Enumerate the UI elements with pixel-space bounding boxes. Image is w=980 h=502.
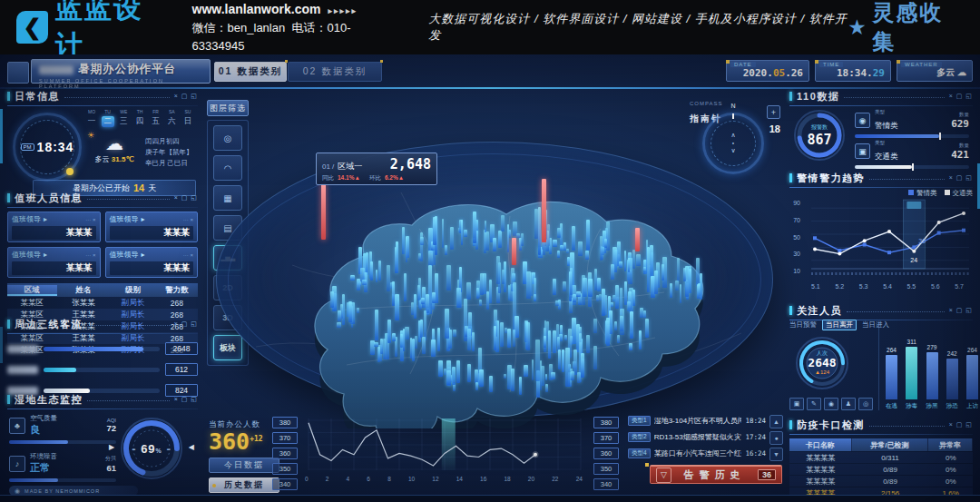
gauge-value: 867 — [807, 132, 831, 148]
scroll-down-button[interactable]: ▼ — [769, 448, 783, 461]
camera-layer-button[interactable]: ◎ — [213, 125, 242, 151]
map-column — [377, 347, 380, 363]
alert-item[interactable]: 类型2RD13-53烟感报警疑似火灾17:24 — [628, 431, 766, 443]
checkpoint-header[interactable]: 卡口名称异常/已检测异常率 — [789, 438, 973, 451]
duty-card[interactable]: 值班领导▸··· ×某某某 — [7, 247, 101, 278]
focus-tabs: 当日预警 当日离开 当日进入 — [789, 320, 889, 330]
map-column — [548, 330, 552, 359]
collect-label: 灵感收集 — [872, 0, 964, 56]
tab-daily-leave[interactable]: 当日离开 — [822, 320, 857, 330]
panel-controls[interactable]: × ▢ ◱ — [174, 320, 198, 328]
table-header[interactable]: 区域姓名级别警力数 — [7, 283, 198, 297]
panel-title: 警情警力趋势 — [797, 172, 865, 185]
map-column — [524, 365, 528, 378]
map-column — [375, 310, 378, 340]
panel-focus-persons: 关注人员× ▢ ◱ 当日预警 当日离开 当日进入 人次2648▲124 ▣ ✎ … — [789, 303, 973, 414]
map-column — [570, 268, 573, 296]
temperature: 31.5℃ — [112, 155, 134, 163]
tab-daily-warning[interactable]: 当日预警 — [789, 320, 817, 330]
map-column — [511, 369, 514, 391]
map-column — [338, 310, 342, 322]
map-column — [362, 280, 366, 286]
map-column — [619, 261, 622, 268]
compass-widget: COMPASS 指南针 N ∧●∨ + 18 — [690, 93, 780, 176]
today-data-button[interactable]: 今日数据 — [209, 458, 279, 473]
arrow-right-icon[interactable]: ▶ — [109, 443, 114, 451]
checkpoint-row: 某某某某0/3110% — [789, 452, 973, 463]
duty-card[interactable]: 值班领导▸··· ×某某某 — [105, 212, 199, 242]
duty-card[interactable]: 值班领导▸··· ×某某某 — [7, 212, 101, 242]
tab-data-category-2[interactable]: 02 数据类别 — [288, 62, 382, 82]
map-column — [586, 335, 590, 352]
map-column — [521, 233, 524, 246]
map-column — [493, 238, 496, 251]
panel-daily-info: 日常信息× ▢ ◱ PM18:34 MO一 TU二 WE三 TH四 FR五 SA… — [7, 89, 198, 189]
page-title: 暑期办公协作平台 — [78, 62, 176, 77]
map-tooltip: 01 /区域一2,648 同比14.1%▲环比6.2%▲ — [316, 153, 437, 185]
panel-controls[interactable]: × ▢ ◱ — [949, 307, 973, 314]
alert-item[interactable]: 类型1湿地3-104片区有不明人员闯入18:24 — [628, 415, 766, 427]
website-link[interactable]: www.lanlanwork.com — [192, 2, 321, 16]
map-column — [516, 233, 520, 238]
siren-icon: ◉ — [855, 113, 870, 128]
menu-chip[interactable] — [7, 62, 29, 84]
panel-controls[interactable]: × ▢ ◱ — [174, 93, 198, 100]
panel-checkpoint: 防疫卡口检测× ▢ ◱ 卡口名称异常/已检测异常率 某某某某0/3110% 某某… — [789, 418, 973, 497]
map-column — [507, 329, 511, 348]
panel-110-data: 110数据× ▢ ◱ 报警数867 ◉ 类型警情类 数量629 ▣ 类型交通类 … — [789, 89, 973, 167]
map-column — [479, 300, 482, 306]
map-column — [571, 371, 574, 380]
checkpoint-row: 某某某某0/890% — [789, 464, 973, 475]
map-column — [532, 359, 534, 380]
panel-controls[interactable]: × ▢ ◱ — [949, 174, 973, 182]
badge-icon[interactable]: ♟ — [841, 398, 856, 410]
map-column — [450, 227, 455, 250]
map-column — [662, 264, 665, 281]
panel-police-trend: 警情警力趋势× ▢ ◱ 警情类 交通类 9070503010 3024 5.15… — [789, 171, 973, 300]
flow-bar-row: 2648 — [7, 342, 198, 355]
inspiration-collect[interactable]: ★ 灵感收集 — [848, 0, 964, 56]
alert-item[interactable]: 类型4某路口有小汽车连闯三个红灯16:24 — [628, 448, 766, 459]
map-column — [504, 374, 506, 379]
eye-icon[interactable]: ◎ — [858, 398, 873, 410]
yoy-value: 14.1%▲ — [338, 174, 360, 182]
duty-card[interactable]: 值班领导▸··· ×某某某 — [105, 247, 199, 278]
arrows-icon: ▸▸▸▸▸ — [328, 6, 358, 15]
panel-duty-personnel: 值班人员信息× ▢ ◱ 值班领导▸··· ×某某某 值班领导▸··· ×某某某 … — [7, 191, 198, 315]
alert-history-banner[interactable]: ▽ 告警历史 36 — [650, 465, 782, 484]
zoom-in-button[interactable]: + — [767, 105, 780, 119]
panel-controls[interactable]: × ▢ ◱ — [949, 93, 973, 100]
scroll-up-button[interactable]: ▲ — [769, 415, 783, 428]
map-column — [602, 289, 605, 317]
map-column — [645, 319, 650, 338]
car-icon[interactable]: ▣ — [789, 398, 804, 410]
clock-widget: PM18:34 — [13, 113, 82, 182]
person-icon[interactable]: ◉ — [824, 398, 838, 410]
tab-data-category-1[interactable]: 01 数据类别 — [214, 62, 287, 82]
week-today: TU二 — [102, 109, 114, 127]
history-data-button[interactable]: 历史数据 — [209, 477, 279, 493]
map-column — [475, 369, 478, 384]
map-column — [585, 251, 590, 261]
arrow-left-icon[interactable]: ◀ — [189, 443, 194, 451]
office-count-value: 360+12 — [209, 428, 263, 455]
compass-dial[interactable]: N ∧●∨ — [702, 113, 764, 174]
map-column — [486, 291, 489, 310]
map-column — [395, 294, 399, 320]
pen-icon[interactable]: ✎ — [807, 398, 821, 410]
panel-controls[interactable]: × ▢ ◱ — [174, 396, 198, 403]
map-column — [414, 294, 417, 319]
panel-controls[interactable]: × ▢ ◱ — [949, 421, 973, 428]
map-column — [553, 279, 556, 295]
trend-line-chart: 3024 — [802, 196, 973, 281]
map-column — [337, 322, 341, 328]
clock-period: PM — [21, 143, 34, 151]
map-column — [370, 261, 373, 280]
map-column — [417, 285, 421, 300]
map-column — [411, 302, 415, 315]
panel-controls[interactable]: × ▢ ◱ — [174, 194, 198, 202]
map-column — [415, 336, 417, 349]
svg-text:30: 30 — [918, 238, 926, 244]
map-column — [350, 275, 354, 281]
map-column — [376, 270, 378, 282]
